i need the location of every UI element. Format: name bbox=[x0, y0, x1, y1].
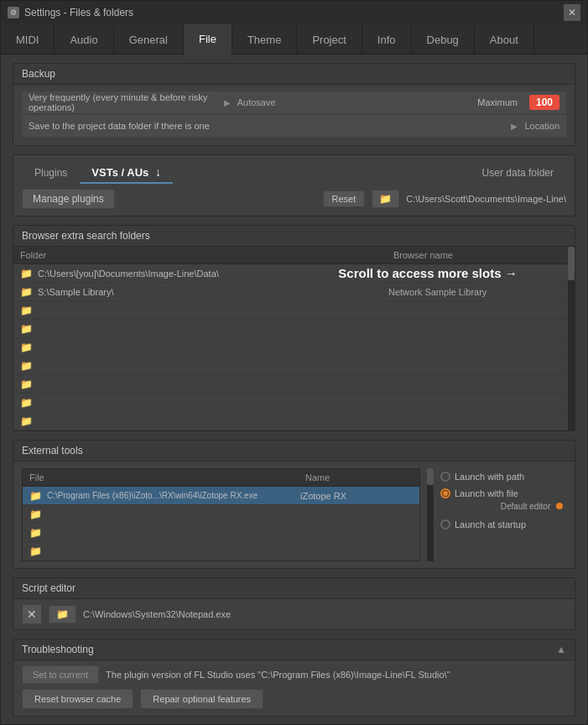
tab-project[interactable]: Project bbox=[297, 24, 362, 55]
ext-folder-icon-3: 📁 bbox=[29, 545, 42, 557]
tab-debug[interactable]: Debug bbox=[412, 24, 475, 55]
window-icon-symbol: ⚙ bbox=[10, 8, 17, 17]
set-current-button[interactable]: Set to current bbox=[22, 665, 99, 684]
backup-header: Backup bbox=[13, 64, 575, 85]
folder-icon-8: 📁 bbox=[20, 415, 33, 427]
tab-info[interactable]: Info bbox=[362, 24, 412, 55]
vst-tab-arrow: ↓ bbox=[155, 165, 161, 179]
reset-browser-cache-button[interactable]: Reset browser cache bbox=[22, 689, 133, 709]
scrollbar[interactable] bbox=[568, 247, 575, 430]
autosave-row: Very frequently (every minute & before r… bbox=[22, 91, 566, 113]
radio-launch-file[interactable]: Launch with file bbox=[440, 488, 566, 498]
folder-icon-2: 📁 bbox=[20, 305, 33, 316]
script-editor-browse-button[interactable]: 📁 bbox=[49, 605, 76, 623]
tab-audio[interactable]: Audio bbox=[55, 24, 113, 55]
ext-row-1[interactable]: 📁 bbox=[23, 505, 419, 524]
folder-icon-5: 📁 bbox=[20, 360, 33, 372]
radio-launch-path-circle[interactable] bbox=[440, 472, 450, 482]
tab-about[interactable]: About bbox=[475, 24, 534, 55]
tab-file[interactable]: File bbox=[184, 24, 232, 55]
main-content: Backup Very frequently (every minute & b… bbox=[1, 55, 587, 724]
ext-row-0[interactable]: 📁 C:\Program Files (x86)\iZoto...\RX\win… bbox=[23, 487, 419, 505]
script-editor-clear-button[interactable]: ✕ bbox=[22, 604, 42, 624]
plugins-content: Plugins VSTs / AUs ↓ User data folder Ma… bbox=[13, 155, 575, 216]
default-editor-dot bbox=[556, 503, 563, 509]
plugins-section: Plugins VSTs / AUs ↓ User data folder Ma… bbox=[13, 154, 575, 216]
folder-icon-0: 📁 bbox=[20, 268, 33, 279]
user-data-path: C:\Users\Scott\Documents\Image-Line\ bbox=[406, 194, 566, 204]
radio-launch-file-label: Launch with file bbox=[455, 488, 518, 498]
folder-row-8[interactable]: 📁 bbox=[13, 412, 575, 430]
folder-row-3[interactable]: 📁 bbox=[13, 320, 575, 338]
radio-launch-startup-circle[interactable] bbox=[440, 519, 450, 529]
troubleshoot-buttons: Reset browser cache Repair optional feat… bbox=[13, 689, 575, 716]
window-icon: ⚙ bbox=[8, 7, 19, 18]
troubleshoot-row: Set to current The plugin version of FL … bbox=[13, 660, 575, 689]
browser-folders-section: Browser extra search folders Folder Brow… bbox=[13, 225, 575, 431]
autosave-label: Very frequently (every minute & before r… bbox=[29, 92, 217, 112]
tab-theme[interactable]: Theme bbox=[232, 24, 297, 55]
col-file-header: File bbox=[29, 472, 305, 482]
tab-midi[interactable]: MIDI bbox=[1, 24, 55, 55]
ext-scrollbar-thumb[interactable] bbox=[427, 468, 434, 485]
autosave-arrow: ▶ bbox=[224, 98, 231, 107]
scroll-hint: Scroll to access more slots → bbox=[299, 266, 556, 280]
max-value[interactable]: 100 bbox=[529, 95, 559, 110]
radio-launch-startup[interactable]: Launch at startup bbox=[440, 519, 566, 529]
folder-row-5[interactable]: 📁 bbox=[13, 357, 575, 375]
folder-icon-7: 📁 bbox=[20, 397, 33, 409]
browser-folders-header: Browser extra search folders bbox=[13, 226, 575, 247]
user-data-tab[interactable]: User data folder bbox=[470, 163, 566, 183]
repair-optional-features-button[interactable]: Repair optional features bbox=[140, 689, 263, 709]
troubleshoot-description: The plugin version of FL Studio uses "C:… bbox=[106, 670, 566, 680]
folder-row-7[interactable]: 📁 bbox=[13, 394, 575, 412]
radio-launch-file-circle[interactable] bbox=[440, 488, 450, 498]
folder-row-1[interactable]: 📁 S:\Sample Library\ Network Sample Libr… bbox=[13, 283, 575, 301]
tab-general[interactable]: General bbox=[114, 24, 184, 55]
ext-tools-list: File Name 📁 C:\Program Files (x86)\iZoto… bbox=[22, 468, 420, 561]
folder-row-4[interactable]: 📁 bbox=[13, 338, 575, 357]
radio-launch-path-label: Launch with path bbox=[455, 472, 524, 482]
ext-folder-icon-0: 📁 bbox=[29, 490, 42, 502]
plugin-tab-bar: Plugins VSTs / AUs ↓ User data folder bbox=[22, 162, 566, 184]
script-editor-content: ✕ 📁 C:\Windows\System32\Notepad.exe bbox=[13, 599, 575, 629]
reset-button[interactable]: Reset bbox=[323, 190, 366, 207]
folder-icon-4: 📁 bbox=[20, 342, 33, 353]
col-name-header: Name bbox=[305, 472, 406, 482]
ext-folder-icon-1: 📁 bbox=[29, 509, 42, 520]
troubleshooting-header[interactable]: Troubleshooting ▲ bbox=[13, 639, 575, 660]
external-tools-header: External tools bbox=[13, 441, 575, 462]
plugins-tab[interactable]: Plugins bbox=[22, 163, 80, 183]
folder-row-0[interactable]: 📁 C:\Users\[you]\Documents\Image-Line\Da… bbox=[13, 264, 575, 283]
browser-folders-table-header: Folder Browser name bbox=[13, 247, 575, 264]
autosave-right: Autosave bbox=[237, 97, 276, 107]
location-label: Save to the project data folder if there… bbox=[29, 121, 504, 131]
location-arrow: ▶ bbox=[511, 122, 518, 131]
backup-section: Backup Very frequently (every minute & b… bbox=[13, 63, 575, 146]
radio-launch-startup-label: Launch at startup bbox=[455, 519, 526, 529]
folder-icon-1: 📁 bbox=[20, 286, 33, 298]
ext-name-0: iZotope RX bbox=[300, 491, 401, 501]
folder-browser-1: Network Sample Library bbox=[388, 287, 556, 297]
ext-options: Launch with path Launch with file Defaul… bbox=[440, 468, 566, 561]
ext-file-0: C:\Program Files (x86)\iZoto...\RX\win64… bbox=[47, 491, 295, 500]
ext-folder-icon-2: 📁 bbox=[29, 527, 42, 539]
manage-plugins-button[interactable]: Manage plugins bbox=[22, 189, 115, 209]
script-editor-header: Script editor bbox=[13, 578, 575, 599]
folder-row-6[interactable]: 📁 bbox=[13, 375, 575, 394]
external-tools-section: External tools File Name 📁 C:\Program Fi… bbox=[13, 440, 575, 569]
vsts-tab[interactable]: VSTs / AUs ↓ bbox=[80, 162, 173, 184]
folder-row-2[interactable]: 📁 bbox=[13, 301, 575, 320]
location-row: Save to the project data folder if there… bbox=[22, 115, 566, 137]
ext-scrollbar[interactable] bbox=[427, 468, 434, 561]
ext-row-2[interactable]: 📁 bbox=[23, 524, 419, 542]
ext-row-3[interactable]: 📁 bbox=[23, 542, 419, 561]
radio-launch-path[interactable]: Launch with path bbox=[440, 472, 566, 482]
settings-window: ⚙ Settings - Files & folders ✕ MIDI Audi… bbox=[0, 0, 588, 725]
title-bar: ⚙ Settings - Files & folders ✕ bbox=[1, 1, 587, 24]
radio-launch-file-dot bbox=[443, 491, 448, 496]
scrollbar-thumb[interactable] bbox=[568, 247, 575, 280]
browse-folder-button[interactable]: 📁 bbox=[372, 190, 399, 208]
ext-table-header: File Name bbox=[23, 469, 419, 487]
close-button[interactable]: ✕ bbox=[564, 4, 580, 21]
